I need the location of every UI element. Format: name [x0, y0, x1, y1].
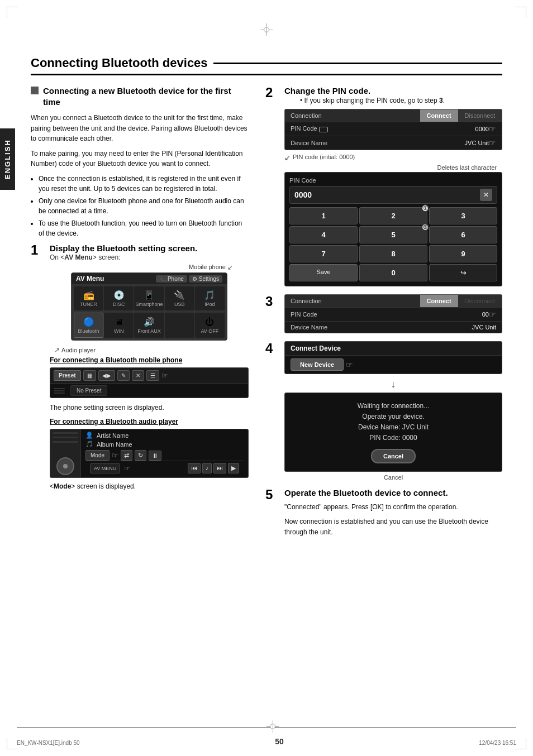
av-off[interactable]: ⏻ AV OFF: [195, 313, 225, 338]
disc-icon: 💿: [113, 290, 125, 300]
pin-cursor: ☞: [489, 125, 496, 133]
language-tab: ENGLISH: [0, 128, 15, 190]
pin-code-value: 0000: [475, 126, 489, 132]
phone-icon-4[interactable]: ✕: [132, 370, 144, 381]
phone-cursor: ☞: [161, 371, 168, 380]
mode-btn[interactable]: Mode: [85, 450, 110, 461]
audio-player-label: Audio player: [61, 347, 96, 353]
album-name: Album Name: [97, 441, 132, 448]
bullet-item: To use the Bluetooth function, you need …: [39, 218, 249, 238]
line2: [53, 437, 78, 438]
pin-key-6[interactable]: 6: [429, 226, 497, 243]
pin-annotation: ↙ PIN code (initial: 0000): [284, 154, 502, 162]
av-win[interactable]: 🖥 WIN: [104, 313, 134, 338]
waiting-screen: Waiting for connection... Operate your d…: [284, 393, 502, 472]
connect-btn-3[interactable]: Connect: [420, 295, 458, 307]
phone-icon-1[interactable]: ▦: [83, 370, 96, 381]
pin-key-3[interactable]: 3: [429, 207, 497, 224]
phone-icon-3[interactable]: ✎: [117, 370, 130, 381]
body-text-1: When you connect a Bluetooth device to t…: [31, 113, 249, 144]
av-front-aux[interactable]: 🔊 Front AUX: [134, 313, 164, 338]
footer-page-number: 50: [275, 737, 284, 746]
crosshair-bottom: [266, 720, 279, 733]
device-name-value-3: JVC Unit: [472, 324, 496, 331]
pin-key-5[interactable]: 5 ⑤: [359, 226, 427, 243]
line3: [53, 441, 78, 443]
step-number-1: 1: [31, 243, 46, 257]
pin-key-2[interactable]: 2 ①: [359, 207, 427, 224]
pin-keypad: 1 2 ① 3 4 5 ⑤ 6 7: [289, 207, 497, 262]
phone-icon-5[interactable]: ☰: [146, 370, 159, 381]
step4-arrow: ↓: [284, 379, 502, 390]
pin-forward-btn[interactable]: ↪: [429, 264, 497, 281]
connect-btn[interactable]: Connect: [420, 109, 458, 122]
step-5-title: Operate the Bluetooth device to connect.: [284, 487, 502, 499]
conn-label-3: Connection: [285, 295, 420, 307]
pin-key-1[interactable]: 1: [289, 207, 358, 224]
av-menu-grid-row1: 📻 TUNER 💿 DISC 📱 Smartphone: [72, 284, 227, 313]
ipod-label: iPod: [204, 302, 215, 307]
av-tuner[interactable]: 📻 TUNER: [74, 286, 103, 310]
pin-cursor-3: ☞: [489, 310, 496, 319]
shuffle-icon[interactable]: ⇄: [121, 450, 132, 461]
disc-label: DISC: [113, 302, 125, 307]
audio-arrow: ↗: [54, 346, 60, 354]
audio-screen: 👤 Artist Name 🎵 Album Name Mode ☞: [50, 429, 249, 478]
note-icon: ♪: [202, 463, 212, 473]
album-row: 🎵 Album Name: [85, 441, 244, 448]
usb-label: USB: [174, 302, 185, 307]
page-wrapper: ENGLISH Connecting Bluetooth devices Con…: [0, 0, 533, 756]
line1: [53, 432, 78, 434]
step-number-3: 3: [265, 294, 281, 309]
next-icon[interactable]: ⏭: [213, 463, 226, 473]
pin-save-btn[interactable]: Save: [289, 264, 358, 281]
smartphone-label: Smartphone: [135, 302, 163, 307]
pin-keypad-screen: PIN Code 0000 ✕ 1 2 ① 3: [284, 172, 502, 286]
pause-icon[interactable]: ⏸: [149, 451, 161, 461]
repeat-icon[interactable]: ↻: [135, 450, 146, 461]
new-device-btn[interactable]: New Device: [291, 358, 344, 371]
bullet-list: Once the connection is established, it i…: [39, 174, 249, 238]
cd-title: Connect Device: [285, 342, 502, 355]
phone-text: The phone setting screen is displayed.: [50, 403, 249, 413]
for-audio-label: For connecting a Bluetooth audio player: [50, 418, 249, 425]
device-cursor: ☞: [489, 138, 496, 147]
av-ipod[interactable]: 🎵 iPod: [195, 286, 225, 310]
device-name-row: Device Name JVC Unit ☞: [285, 136, 502, 150]
pin-key-8[interactable]: 8: [359, 245, 427, 262]
no-preset-btn[interactable]: No Preset: [70, 385, 107, 396]
av-disc[interactable]: 💿 DISC: [104, 286, 134, 310]
pin-key-9[interactable]: 9: [429, 245, 497, 262]
av-menu-btn[interactable]: AV MENU: [90, 463, 120, 473]
av-bluetooth[interactable]: 🔵 Bluetooth: [74, 313, 103, 338]
cancel-btn[interactable]: Cancel: [371, 449, 416, 463]
smartphone-icon: 📱: [144, 290, 155, 300]
pin-key-0[interactable]: 0: [359, 264, 427, 281]
pin-delete-btn[interactable]: ✕: [480, 189, 492, 201]
pin-arrow: ↙: [284, 154, 291, 162]
connect-device-screen: Connect Device New Device ☞: [284, 341, 502, 374]
front-aux-label: Front AUX: [137, 328, 161, 334]
av-usb[interactable]: 🔌 USB: [165, 286, 194, 310]
bullet-item: Once the connection is established, it i…: [39, 174, 249, 194]
corner-tr: [515, 7, 526, 18]
tuner-label: TUNER: [80, 302, 97, 307]
pin-display: 0000 ✕: [289, 186, 497, 204]
step-3-content: Connection Connect Disconnect PIN Code 0…: [284, 294, 502, 337]
phone-icon-2[interactable]: ◀▶: [98, 370, 115, 381]
pin-key-7[interactable]: 7: [289, 245, 358, 262]
step-1-sub: On <AV Menu> screen:: [50, 253, 249, 261]
av-off-icon: ⏻: [205, 317, 214, 327]
preset-btn[interactable]: Preset: [54, 370, 81, 381]
phone-icon[interactable]: 📞 Phone: [156, 275, 187, 283]
av-smartphone[interactable]: 📱 Smartphone: [134, 286, 164, 310]
settings-icon[interactable]: ⚙ Settings: [189, 275, 222, 283]
play-icon[interactable]: ▶: [228, 463, 239, 473]
step-2-content: Change the PIN code. • If you skip chang…: [284, 85, 502, 290]
prev-icon[interactable]: ⏮: [188, 463, 201, 473]
disconnect-btn[interactable]: Disconnect: [458, 109, 502, 122]
av-menu-title: AV Menu: [76, 275, 104, 283]
pin-key-4[interactable]: 4: [289, 226, 358, 243]
step-number-2: 2: [265, 85, 281, 100]
disconnect-btn-3[interactable]: Disconnect: [458, 295, 502, 307]
